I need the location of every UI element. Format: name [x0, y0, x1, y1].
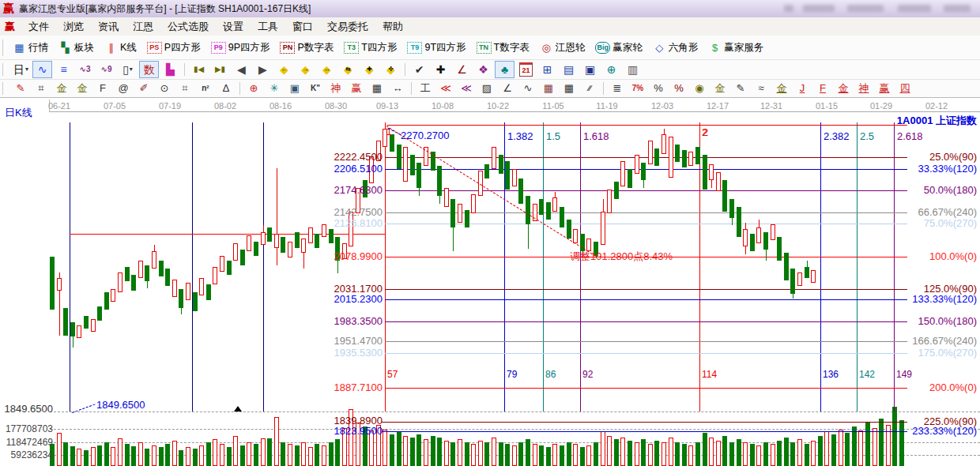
- toolbar-fan-lines-purple-button[interactable]: ≪: [457, 81, 476, 96]
- toolbar-notes-button[interactable]: ▤: [559, 61, 579, 78]
- toolbar-diamond-shift-left-button[interactable]: ◆←: [274, 61, 294, 78]
- toolbar-mirror-angle-button[interactable]: ∆: [217, 81, 236, 96]
- toolbar-fan-lines-dark-button[interactable]: ▨: [477, 81, 496, 96]
- toolbar-width-measure-button[interactable]: ↔: [388, 81, 407, 96]
- toolbar-wave-3-button[interactable]: ∿3: [75, 61, 95, 78]
- toolbar-gold-grid-1-button[interactable]: 金: [52, 81, 71, 96]
- toolbar-scale-bars-button[interactable]: ≣: [608, 81, 627, 96]
- menu-item-window[interactable]: 窗口: [285, 20, 320, 34]
- toolbar-angle-measure-tool-button[interactable]: ∠: [452, 61, 472, 78]
- toolbar-last-page-button[interactable]: ▶▮: [210, 61, 230, 78]
- toolbar-sectors-button[interactable]: ▚板块: [56, 40, 96, 55]
- toolbar-diamond-shift-right-button[interactable]: ◆→: [296, 61, 315, 78]
- toolbar-gann-fan-tool-button[interactable]: ❖: [473, 61, 493, 78]
- toolbar-shen-angle-button[interactable]: 神: [854, 81, 873, 96]
- toolbar-percent-retrace-button[interactable]: 7%: [628, 81, 647, 96]
- toolbar-brush-tool-button[interactable]: ✎: [11, 81, 30, 96]
- toolbar-gold-angle-button[interactable]: 金: [772, 81, 791, 96]
- toolbar-calendar-button[interactable]: 21: [516, 61, 536, 78]
- toolbar-winner-service-button[interactable]: $赢家服务: [706, 40, 766, 55]
- toolbar-kline-button[interactable]: ∥K线: [102, 40, 139, 55]
- toolbar-gann-wheel-button[interactable]: ◎江恩轮: [537, 40, 588, 55]
- toolbar-n2-grid-button[interactable]: n²: [196, 81, 215, 96]
- menu-item-gann[interactable]: 江恩: [126, 20, 160, 34]
- toolbar-p-number-table-button[interactable]: PNP数字表: [277, 40, 336, 55]
- toolbar-j-angle-button[interactable]: J: [793, 81, 812, 96]
- toolbar-prev-page-button[interactable]: ◀: [232, 61, 251, 78]
- toolbar-chip-distribution-button[interactable]: ▙: [160, 61, 180, 78]
- toolbar-k-notation-button[interactable]: K": [306, 81, 325, 96]
- toolbar-f-grid-button[interactable]: F: [93, 81, 112, 96]
- toolbar-f-angle-button[interactable]: F: [813, 81, 832, 96]
- toolbar-smart-analysis-button[interactable]: ♣: [495, 61, 514, 78]
- menu-item-tools[interactable]: 工具: [251, 20, 285, 34]
- bar-count-label: 149: [896, 369, 912, 380]
- toolbar-fan-lines-red-button[interactable]: ≪: [436, 81, 455, 96]
- toolbar-save-button[interactable]: ▣: [580, 61, 600, 78]
- toolbar-quotes-button[interactable]: ▦行情: [10, 40, 51, 55]
- toolbar-draw-grid-button[interactable]: ✐: [134, 81, 153, 96]
- toolbar-diamond-compress-button[interactable]: ◆⇆: [338, 61, 358, 78]
- toolbar-time-cycle-button[interactable]: ⊙: [155, 81, 174, 96]
- toolbar-period-day-selector-button[interactable]: 日▾: [11, 61, 31, 78]
- toolbar-network-button[interactable]: ⊕: [601, 61, 621, 78]
- toolbar-info-panel-button[interactable]: ≡: [54, 61, 74, 78]
- toolbar-square-target-button[interactable]: ▣: [285, 81, 304, 96]
- bar-count-label: 86: [545, 369, 556, 380]
- toolbar-9p-square-button[interactable]: P99P四方形: [209, 40, 273, 55]
- toolbar-si-angle-button[interactable]: 四: [895, 81, 914, 96]
- toolbar-circle-cross-button[interactable]: ⊕: [244, 81, 263, 96]
- toolbar-grid-cross-b-button[interactable]: ▦: [560, 81, 579, 96]
- toolbar-hexagon-button[interactable]: ◇六角形: [650, 40, 701, 55]
- menu-item-file[interactable]: 文件: [21, 20, 56, 34]
- bar-count-label: 136: [823, 369, 839, 380]
- toolbar-shen-grid-button[interactable]: 神: [326, 81, 345, 96]
- toolbar-spiral-grid-button[interactable]: @: [114, 81, 133, 96]
- toolbar-ying-grid-button[interactable]: 赢: [347, 81, 366, 96]
- date-label: 10-08: [425, 100, 460, 111]
- toolbar-trend-angle-button[interactable]: ∠: [498, 81, 517, 96]
- toolbar-parallel-rays-button[interactable]: ∕∕: [580, 81, 599, 96]
- toolbar-frame-tool-button[interactable]: 工: [416, 81, 435, 96]
- toolbar-grid-cross-a-button[interactable]: ▦: [539, 81, 558, 96]
- menu-item-help[interactable]: 帮助: [375, 20, 410, 34]
- toolbar-density-lines-button[interactable]: ⌗: [175, 81, 194, 96]
- toolbar-candle-style-button[interactable]: ▯▾: [118, 61, 138, 78]
- toolbar-workstation-button[interactable]: ▥: [623, 61, 643, 78]
- toolbar-p-square-button[interactable]: PSP四方形: [145, 40, 203, 55]
- toolbar-calculator-button[interactable]: ⊞: [537, 61, 557, 78]
- toolbar-wave-9-button[interactable]: ∿9: [96, 61, 116, 78]
- toolbar-gold-circle-button[interactable]: ◉: [690, 81, 709, 96]
- toolbar-diamond-expand-h-button[interactable]: ◆↔: [317, 61, 337, 78]
- toolbar-t-number-table-button[interactable]: TNT数字表: [474, 40, 532, 55]
- toolbar-pen-scale-button[interactable]: ✎: [731, 81, 750, 96]
- toolbar-star-grid-button[interactable]: ✳: [265, 81, 284, 96]
- toolbar-9t-square-button[interactable]: T99T四方形: [405, 40, 468, 55]
- toolbar-t-square-button[interactable]: T3T四方形: [341, 40, 399, 55]
- toolbar-diamond-expand-all-button[interactable]: ◆✚: [360, 61, 379, 78]
- gold-hline-icon: 金: [715, 81, 726, 96]
- menu-item-settings[interactable]: 设置: [216, 20, 251, 34]
- toolbar-gold-grid-2-button[interactable]: 金: [73, 81, 92, 96]
- toolbar-hand-tool-button[interactable]: ✔: [409, 61, 429, 78]
- toolbar-number-grid-button[interactable]: ▦: [368, 81, 386, 96]
- toolbar-first-page-button[interactable]: ▮◀: [189, 61, 209, 78]
- toolbar-red-structure-tool-button[interactable]: 数: [139, 61, 159, 78]
- toolbar-percent-line-button[interactable]: %: [669, 81, 688, 96]
- toolbar-gold-angle-2-button[interactable]: 金: [834, 81, 853, 96]
- menu-item-formula-stock-pick[interactable]: 公式选股: [160, 20, 216, 34]
- toolbar-next-page-button[interactable]: ▶: [253, 61, 273, 78]
- toolbar-percent-button[interactable]: %: [649, 81, 668, 96]
- toolbar-diamond-full-button[interactable]: ◆✜: [381, 61, 401, 78]
- toolbar-zigzag-line-button[interactable]: ∿: [518, 81, 537, 96]
- toolbar-gold-hline-button[interactable]: 金: [710, 81, 729, 96]
- toolbar-ying-angle-button[interactable]: 赢: [875, 81, 894, 96]
- menu-item-browse[interactable]: 浏览: [56, 20, 91, 34]
- toolbar-wave-band-button[interactable]: ≈: [752, 81, 771, 96]
- toolbar-crosshair-tool-button[interactable]: ✚: [431, 61, 450, 78]
- menu-item-news[interactable]: 资讯: [91, 20, 126, 34]
- toolbar-zigzag-analysis-button[interactable]: ∿: [32, 61, 52, 78]
- toolbar-price-grid-button[interactable]: ⌗: [32, 81, 51, 96]
- toolbar-winner-wheel-button[interactable]: Big赢家轮: [593, 40, 645, 55]
- menu-item-trade-entrust[interactable]: 交易委托: [320, 20, 375, 34]
